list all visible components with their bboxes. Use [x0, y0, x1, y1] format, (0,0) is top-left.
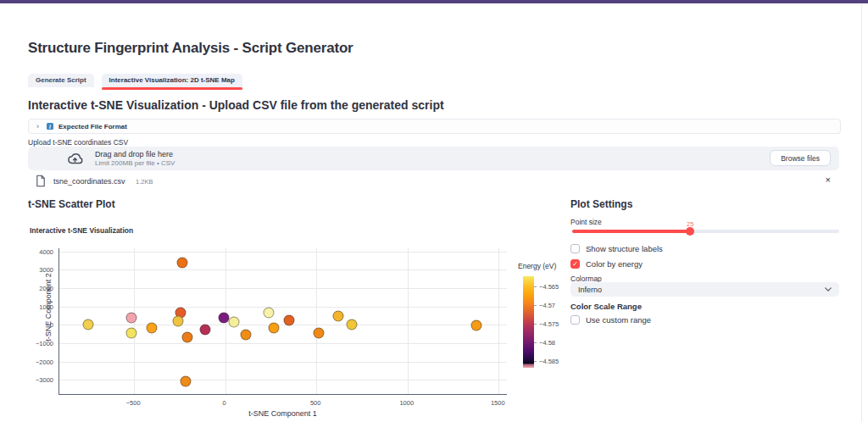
scatter-point[interactable] — [172, 316, 183, 327]
y-tick-label: 3000 — [28, 266, 53, 274]
gridline — [59, 325, 507, 325]
scatter-point[interactable] — [333, 311, 344, 322]
gridline — [59, 362, 507, 363]
uploader-label: Upload t-SNE coordinates CSV — [28, 138, 128, 147]
scatter-plot: t-SNE Component 1 t-SNE Component 2 −500… — [58, 248, 507, 395]
colorbar — [523, 276, 534, 368]
scatter-point[interactable] — [181, 331, 192, 342]
colormap-value: Inferno — [578, 286, 825, 294]
page-title: Structure Fingerprint Analysis - Script … — [28, 40, 353, 57]
scatter-point[interactable] — [83, 319, 94, 330]
info-icon: i — [47, 123, 53, 130]
scatter-point[interactable] — [283, 315, 294, 326]
colormap-select[interactable]: Inferno — [570, 282, 839, 297]
y-tick-label: −3000 — [28, 376, 53, 384]
checkbox-unchecked — [570, 315, 580, 325]
y-tick-label: 2000 — [28, 285, 53, 292]
colorbar-title: Energy (eV) — [518, 262, 556, 270]
cloud-upload-icon — [66, 150, 84, 171]
colorbar-tick-label: −4.585 — [539, 358, 559, 365]
scatter-point[interactable] — [229, 317, 240, 328]
scatter-point[interactable] — [347, 319, 358, 330]
scatter-point[interactable] — [177, 257, 188, 268]
tab-generate-script[interactable]: Generate Script — [28, 74, 94, 87]
x-tick-label: 500 — [298, 399, 332, 407]
scatter-point[interactable] — [264, 307, 275, 318]
scatter-point[interactable] — [268, 322, 279, 333]
x-tick-label: −500 — [116, 399, 150, 407]
expander-label: Expected File Format — [58, 123, 127, 130]
scatter-plot-heading: t-SNE Scatter Plot — [28, 198, 115, 210]
point-size-label: Point size — [570, 218, 602, 226]
chevron-down-icon — [825, 287, 832, 292]
colorbar-tick — [534, 324, 537, 325]
x-tick-label: 1500 — [481, 399, 515, 407]
color-by-energy-checkbox[interactable]: ✓ Color by energy — [570, 259, 643, 269]
scatter-point[interactable] — [200, 324, 211, 335]
gridline — [59, 252, 507, 253]
slider-thumb[interactable] — [686, 227, 694, 236]
scatter-point[interactable] — [241, 329, 252, 340]
scatter-point[interactable] — [314, 327, 325, 338]
app-window: Structure Fingerprint Analysis - Script … — [0, 0, 868, 422]
uploaded-file-size: 1.2KB — [136, 178, 153, 186]
checkbox-unchecked — [570, 244, 580, 253]
tab-label: Generate Script — [36, 76, 86, 84]
chevron-right-icon: › — [36, 123, 39, 130]
y-tick-label: 1000 — [28, 303, 53, 311]
dropzone-limit: Limit 200MB per file • CSV — [95, 159, 175, 167]
x-tick-label: 0 — [208, 399, 242, 407]
scatter-point[interactable] — [181, 375, 192, 386]
tab-interactive-visualization[interactable]: Interactive Visualization: 2D t-SNE Map — [102, 74, 242, 87]
checkbox-label: Show structure labels — [586, 244, 663, 253]
slider-fill — [572, 230, 690, 233]
y-tick-label: −1000 — [28, 340, 53, 347]
plot-settings-heading: Plot Settings — [570, 198, 632, 210]
colorbar-tick — [534, 342, 537, 343]
file-icon — [36, 175, 46, 191]
scatter-point[interactable] — [218, 312, 229, 323]
plot-settings-panel: Plot Settings Point size 25 Show structu… — [570, 0, 839, 422]
scatter-point[interactable] — [125, 312, 136, 323]
color-scale-range-heading: Color Scale Range — [570, 302, 642, 311]
gridline — [59, 288, 507, 289]
colorbar-tick-label: −4.575 — [539, 320, 559, 328]
colorbar-tick-label: −4.565 — [539, 283, 559, 291]
x-tick-label: 1000 — [390, 399, 424, 407]
colorbar-tick — [534, 286, 537, 287]
dropzone-title: Drag and drop file here — [95, 150, 173, 158]
tab-bar: Generate Script Interactive Visualizatio… — [28, 74, 242, 87]
section-heading: Interactive t-SNE Visualization - Upload… — [28, 98, 444, 112]
colorbar-tick — [534, 361, 537, 362]
plot-area[interactable] — [58, 248, 507, 395]
y-tick-label: 4000 — [28, 248, 53, 256]
checkbox-checked: ✓ — [570, 259, 580, 269]
checkbox-label: Color by energy — [586, 259, 643, 269]
use-custom-range-checkbox[interactable]: Use custom range — [570, 315, 651, 325]
colorbar-tick-label: −4.58 — [539, 339, 555, 347]
x-axis-label: t-SNE Component 1 — [58, 409, 507, 418]
scrollbar-track[interactable] — [861, 3, 862, 422]
checkbox-label: Use custom range — [586, 315, 651, 325]
show-structure-labels-checkbox[interactable]: Show structure labels — [570, 244, 663, 253]
colorbar-tick-label: −4.57 — [539, 302, 555, 309]
gridline — [59, 269, 507, 270]
scatter-point[interactable] — [146, 322, 157, 333]
gridline — [59, 380, 507, 380]
scatter-point[interactable] — [471, 319, 482, 330]
y-tick-label: 0 — [28, 321, 53, 329]
y-tick-label: −2000 — [28, 358, 53, 366]
gridline — [59, 343, 507, 344]
colorbar-tick — [534, 305, 537, 306]
gridline — [59, 307, 507, 308]
tab-label: Interactive Visualization: 2D t-SNE Map — [109, 76, 235, 84]
point-size-slider[interactable]: 25 — [572, 230, 839, 233]
uploaded-file-name: tsne_coordinates.csv — [53, 177, 125, 186]
chart-title: Interactive t-SNE Visualization — [30, 226, 133, 235]
scatter-point[interactable] — [125, 328, 136, 339]
